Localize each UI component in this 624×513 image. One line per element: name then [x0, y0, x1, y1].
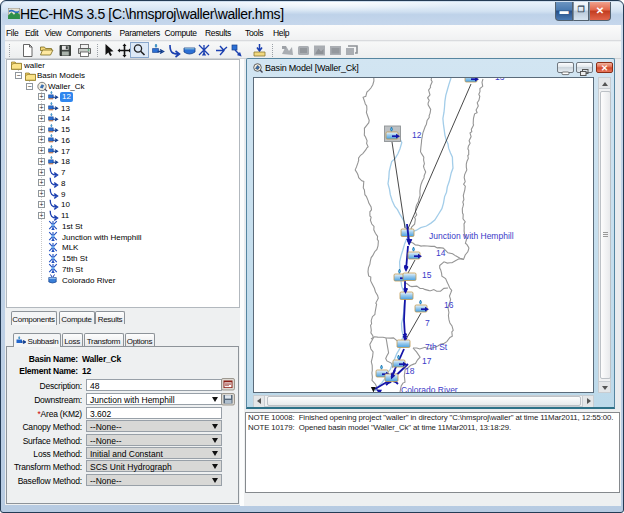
svg-text:Colorado River: Colorado River	[401, 385, 458, 392]
svg-text:12: 12	[412, 130, 422, 140]
svg-text:17: 17	[422, 356, 432, 366]
svg-text:14: 14	[436, 248, 446, 258]
svg-text:7th St: 7th St	[425, 342, 448, 352]
svg-text:16: 16	[444, 300, 454, 310]
svg-text:18: 18	[405, 366, 415, 376]
svg-text:13: 13	[495, 78, 505, 82]
svg-text:15: 15	[422, 270, 432, 280]
svg-text:Junction with Hemphill: Junction with Hemphill	[429, 231, 514, 241]
svg-text:7: 7	[425, 318, 430, 328]
